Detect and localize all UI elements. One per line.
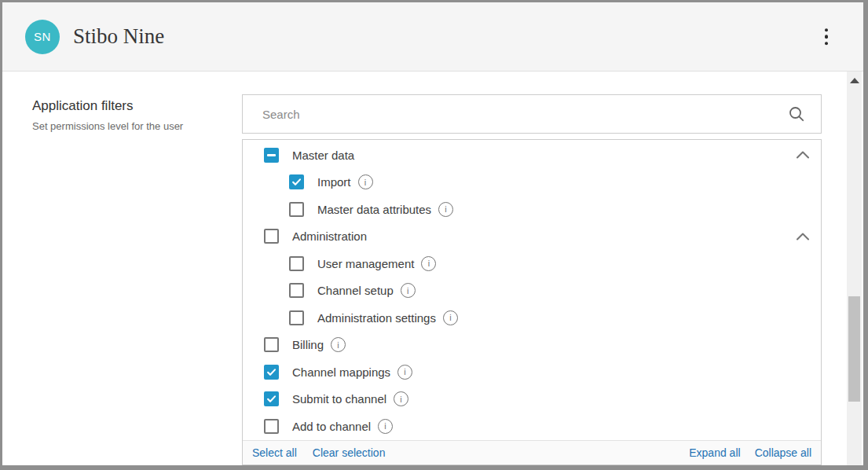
- checkbox-unchecked[interactable]: [264, 229, 279, 244]
- chevron-up-icon[interactable]: [796, 150, 810, 160]
- tree-row-label: Administration: [292, 229, 367, 243]
- section-title: Application filters: [32, 98, 229, 114]
- checkbox-checked[interactable]: [289, 174, 304, 189]
- avatar: SN: [25, 20, 60, 54]
- checkbox-unchecked[interactable]: [264, 337, 279, 352]
- search-icon[interactable]: [788, 105, 805, 123]
- tree-row-label: Channel mappings: [292, 365, 390, 379]
- clear-selection-link[interactable]: Clear selection: [313, 446, 386, 459]
- tree-row[interactable]: Administration settings i: [243, 304, 821, 332]
- info-icon[interactable]: i: [331, 337, 346, 352]
- tree-row-label: Channel setup: [317, 284, 394, 297]
- tree-row-label: Import: [317, 175, 351, 189]
- tree-row-label: Add to channel: [292, 420, 371, 433]
- scrollbar-thumb[interactable]: [848, 296, 860, 402]
- checkbox-unchecked[interactable]: [289, 283, 304, 298]
- checkbox-unchecked[interactable]: [289, 310, 304, 325]
- tree-row[interactable]: Channel mappings i: [243, 358, 821, 386]
- checkbox-checked[interactable]: [264, 391, 279, 406]
- info-icon[interactable]: i: [438, 202, 453, 217]
- tree-footer: Select all Clear selection Expand all Co…: [243, 440, 821, 465]
- vertical-scrollbar[interactable]: [847, 72, 862, 465]
- application-filters-panel: Application filters Set permissions leve…: [32, 98, 229, 132]
- permissions-tree: Master data Import i Master data attribu…: [242, 139, 822, 465]
- checkbox-unchecked[interactable]: [289, 202, 304, 217]
- tree-row-label: Billing: [292, 338, 324, 351]
- collapse-all-link[interactable]: Collapse all: [755, 446, 811, 459]
- expand-all-link[interactable]: Expand all: [689, 446, 740, 459]
- tree-row-label: Submit to channel: [292, 392, 386, 406]
- tree-row[interactable]: Master data: [243, 141, 821, 169]
- tree-row[interactable]: Administration: [243, 223, 821, 251]
- checkbox-indeterminate[interactable]: [264, 148, 279, 163]
- info-icon[interactable]: i: [378, 419, 393, 434]
- select-all-link[interactable]: Select all: [252, 446, 297, 459]
- tree-row[interactable]: User management i: [243, 250, 821, 277]
- tree-row-label: Master data attributes: [317, 203, 431, 216]
- checkbox-unchecked[interactable]: [264, 419, 279, 434]
- tree-rows: Master data Import i Master data attribu…: [243, 140, 821, 440]
- scroll-up-arrow-icon[interactable]: [850, 78, 859, 83]
- info-icon[interactable]: i: [397, 365, 412, 380]
- tree-row[interactable]: Master data attributes i: [243, 196, 821, 223]
- info-icon[interactable]: i: [358, 174, 373, 189]
- tree-row[interactable]: Add to channel i: [243, 413, 821, 440]
- section-subtitle: Set permissions level for the user: [32, 120, 229, 132]
- info-icon[interactable]: i: [443, 310, 458, 325]
- info-icon[interactable]: i: [401, 283, 416, 298]
- info-icon[interactable]: i: [421, 256, 436, 271]
- app-header: SN Stibo Nine: [2, 2, 863, 72]
- kebab-menu-icon[interactable]: [820, 24, 833, 50]
- tree-row-label: Administration settings: [317, 311, 436, 325]
- search-input[interactable]: [243, 95, 788, 133]
- tree-row-label: User management: [317, 257, 414, 270]
- page-title: Stibo Nine: [73, 24, 164, 49]
- chevron-up-icon[interactable]: [796, 232, 810, 241]
- app-window: SN Stibo Nine Application filters Set pe…: [0, 0, 868, 470]
- tree-row[interactable]: Channel setup i: [243, 277, 821, 305]
- search-box: [242, 94, 822, 134]
- tree-row[interactable]: Import i: [243, 169, 821, 196]
- checkbox-unchecked[interactable]: [289, 256, 304, 271]
- checkbox-checked[interactable]: [264, 365, 279, 380]
- info-icon[interactable]: i: [394, 391, 408, 406]
- tree-row[interactable]: Billing i: [243, 332, 821, 359]
- tree-row-label: Master data: [292, 149, 354, 162]
- tree-row[interactable]: Submit to channel i: [243, 386, 821, 413]
